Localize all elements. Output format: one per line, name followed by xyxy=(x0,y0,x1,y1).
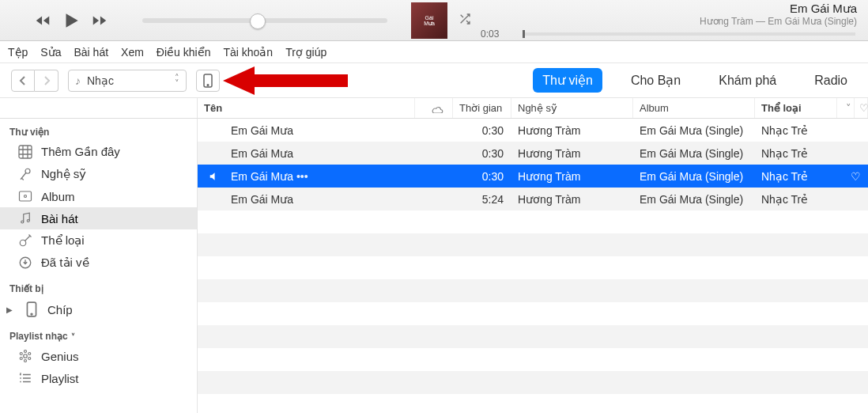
track-name: Em Gái Mưa xyxy=(225,147,415,160)
sidebar-item-thêm-gần-đây[interactable]: Thêm Gần đây xyxy=(0,141,197,163)
nav-bar: ♪ Nhạc ˄˅ Thư việnCho BạnKhám pháRadio xyxy=(0,63,868,98)
mic-icon xyxy=(17,167,33,181)
table-row-empty xyxy=(198,233,868,256)
chevron-down-icon[interactable]: ˅ xyxy=(71,332,75,341)
track-name: Em Gái Mưa xyxy=(225,124,415,137)
track-menu-dots[interactable]: ••• xyxy=(293,170,308,183)
svg-point-18 xyxy=(20,358,22,360)
svg-marker-2 xyxy=(223,66,348,95)
download-icon xyxy=(17,256,33,270)
sidebar-item-label: Thể loại xyxy=(41,233,85,248)
sidebar-item-label: Playlist xyxy=(41,372,79,385)
media-picker[interactable]: ♪ Nhạc ˄˅ xyxy=(68,70,187,92)
table-row-empty xyxy=(198,348,868,371)
svg-point-19 xyxy=(20,353,22,355)
sidebar: Thư viện Thêm Gần đâyNghệ sỹAlbumBài hát… xyxy=(0,119,198,413)
svg-point-17 xyxy=(25,360,27,362)
menu-bài hát[interactable]: Bài hát xyxy=(74,46,108,59)
next-button[interactable] xyxy=(89,9,111,32)
col-cloud-icon[interactable] xyxy=(415,98,453,118)
disc-icon xyxy=(17,189,33,203)
back-button[interactable] xyxy=(11,70,35,92)
sidebar-item-bài-hát[interactable]: Bài hát xyxy=(0,207,197,229)
col-name[interactable]: Tên xyxy=(198,98,415,118)
sidebar-item-label: Album xyxy=(41,190,75,203)
col-time[interactable]: Thời gian xyxy=(453,98,511,118)
track-list: Em Gái Mưa0:30Hương TràmEm Gái Mưa (Sing… xyxy=(198,119,868,413)
track-time: 0:30 xyxy=(453,124,511,137)
now-playing: Gái Mưa Em Gái Mưa Hương Tràm — Em Gái M… xyxy=(411,2,868,40)
table-row-empty xyxy=(198,279,868,302)
menu-tệp[interactable]: Tệp xyxy=(8,46,28,59)
track-artist: Hương Tràm xyxy=(511,147,633,160)
table-row-empty xyxy=(198,302,868,325)
column-headers: Tên Thời gian Nghệ sỹ Album Thể loại ˅ ♡ xyxy=(0,98,868,119)
forward-button[interactable] xyxy=(35,70,58,92)
menu-sửa[interactable]: Sửa xyxy=(40,46,61,59)
disclosure-triangle-icon[interactable]: ▶ xyxy=(6,305,13,314)
sidebar-library-header: Thư viện xyxy=(0,122,197,141)
sidebar-playlist-genius[interactable]: Genius xyxy=(0,345,197,367)
svg-point-14 xyxy=(25,350,27,353)
menu-xem[interactable]: Xem xyxy=(121,46,144,59)
svg-point-7 xyxy=(21,221,24,223)
album-art[interactable]: Gái Mưa xyxy=(411,2,447,39)
note-icon xyxy=(17,211,33,225)
menu-điều khiển[interactable]: Điều khiển xyxy=(157,46,211,59)
sidebar-item-album[interactable]: Album xyxy=(0,185,197,207)
previous-button[interactable] xyxy=(32,9,54,32)
play-button[interactable] xyxy=(60,9,82,32)
track-genre: Nhạc Trẻ xyxy=(755,147,837,160)
table-row-empty xyxy=(198,325,868,348)
track-artist: Hương Tràm xyxy=(511,124,633,137)
svg-point-15 xyxy=(28,353,31,355)
track-progress[interactable] xyxy=(523,32,855,36)
volume-slider[interactable] xyxy=(142,18,387,23)
table-row[interactable]: Em Gái Mưa0:30Hương TràmEm Gái Mưa (Sing… xyxy=(198,142,868,165)
shuffle-icon[interactable] xyxy=(457,13,473,28)
svg-point-1 xyxy=(207,84,209,85)
album-art-text: Gái xyxy=(425,15,434,21)
playback-time: 0:03 xyxy=(481,28,499,40)
col-genre[interactable]: Thể loại xyxy=(755,98,837,118)
table-row[interactable]: Em Gái Mưa5:24Hương TràmEm Gái Mưa (Sing… xyxy=(198,188,868,210)
track-genre: Nhạc Trẻ xyxy=(755,170,837,183)
tab-khám-phá[interactable]: Khám phá xyxy=(709,69,786,93)
svg-point-16 xyxy=(28,358,31,360)
music-note-icon: ♪ xyxy=(75,74,81,87)
svg-rect-5 xyxy=(20,191,32,201)
table-row-empty xyxy=(198,371,868,394)
track-artist: Hương Tràm xyxy=(511,170,633,183)
tab-cho-bạn[interactable]: Cho Bạn xyxy=(621,68,690,93)
sidebar-device-header: Thiết bị xyxy=(0,278,197,297)
device-button[interactable] xyxy=(196,70,220,92)
menu-tài khoản[interactable]: Tài khoản xyxy=(223,46,273,59)
menu-trợ giúp[interactable]: Trợ giúp xyxy=(285,46,326,59)
table-row-empty xyxy=(198,394,868,413)
col-artist[interactable]: Nghệ sỹ xyxy=(511,98,633,118)
tab-radio[interactable]: Radio xyxy=(805,69,857,93)
track-loved-icon[interactable]: ♡ xyxy=(837,170,868,183)
col-album[interactable]: Album xyxy=(633,98,755,118)
now-playing-title: Em Gái Mưa xyxy=(481,2,857,16)
sidebar-device-chíp[interactable]: ▶Chíp xyxy=(0,297,197,321)
track-name: Em Gái Mưa xyxy=(225,193,415,206)
grid-icon xyxy=(17,145,33,159)
track-name: Em Gái Mưa ••• xyxy=(225,170,415,183)
col-loved-icon[interactable]: ♡ xyxy=(855,98,868,118)
sidebar-item-nghệ-sỹ[interactable]: Nghệ sỹ xyxy=(0,163,197,185)
media-picker-label: Nhạc xyxy=(87,74,114,87)
track-genre: Nhạc Trẻ xyxy=(755,193,837,206)
sidebar-item-đã-tải-về[interactable]: Đã tải về xyxy=(0,252,197,274)
album-art-text: Mưa xyxy=(424,21,435,26)
tab-thư-viện[interactable]: Thư viện xyxy=(533,68,602,93)
sidebar-item-thể-loại[interactable]: Thể loại xyxy=(0,229,197,252)
chevron-updown-icon: ˄˅ xyxy=(175,75,179,86)
svg-rect-3 xyxy=(19,146,32,158)
sidebar-playlist-playlist[interactable]: Playlist xyxy=(0,367,197,389)
col-genre-menu-icon[interactable]: ˅ xyxy=(837,98,855,118)
now-playing-subtitle: Hương Tràm — Em Gái Mưa (Single) xyxy=(481,16,857,27)
track-time: 0:30 xyxy=(453,170,511,183)
table-row[interactable]: Em Gái Mưa •••0:30Hương TràmEm Gái Mưa (… xyxy=(198,165,868,188)
table-row[interactable]: Em Gái Mưa0:30Hương TràmEm Gái Mưa (Sing… xyxy=(198,119,868,142)
